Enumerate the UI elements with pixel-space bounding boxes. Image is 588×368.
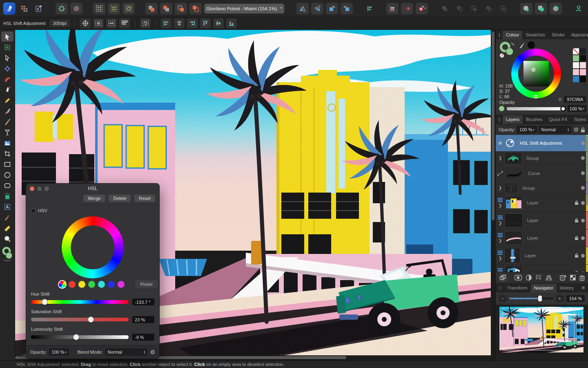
- palette-swatch-6[interactable]: [573, 69, 579, 75]
- ellipse-tool[interactable]: [1, 170, 13, 180]
- add-layer-button[interactable]: [560, 275, 566, 281]
- navigator-thumbnail-area[interactable]: [496, 305, 588, 360]
- style-effects-button[interactable]: [550, 3, 562, 14]
- layers-blend-mode-select[interactable]: Normal▴▾: [539, 126, 572, 133]
- export-persona-button[interactable]: [33, 3, 45, 14]
- move-tool[interactable]: [1, 31, 13, 42]
- layers-scrollbar-thumb[interactable]: [586, 136, 588, 205]
- navigator-view-rectangle[interactable]: [503, 308, 575, 350]
- swatch-3[interactable]: [88, 281, 95, 288]
- layer-row-layer-8[interactable]: ❯ Layer: [496, 265, 588, 272]
- layer-row-layer-4[interactable]: ❯ Layer: [496, 194, 588, 211]
- zoom-in-button[interactable]: +: [556, 295, 564, 302]
- align-middle-button[interactable]: [213, 18, 224, 28]
- palette-swatch-2[interactable]: [573, 55, 579, 61]
- layers-tab-layers[interactable]: Layers: [503, 115, 523, 124]
- saturation-shift-slider[interactable]: [31, 318, 129, 321]
- align-right-button[interactable]: [187, 18, 198, 28]
- boolean-divide-button[interactable]: [189, 3, 202, 14]
- knife-tool[interactable]: [1, 117, 13, 127]
- canvas-area[interactable]: HSL Merge Delete Reset HSV Picker: [15, 30, 495, 360]
- layer-row-layer-6[interactable]: ❯ Layer: [496, 229, 588, 247]
- studio-tab-navigator[interactable]: Navigator: [531, 284, 557, 292]
- zoom-value[interactable]: 154 %: [566, 295, 585, 302]
- rotate-cw-button[interactable]: [341, 3, 353, 14]
- dpi-value[interactable]: 300dpi: [50, 20, 70, 27]
- style-fill-button[interactable]: [520, 3, 532, 14]
- scale-handles-button[interactable]: [106, 18, 117, 28]
- layer-visibility-dot[interactable]: [581, 254, 585, 258]
- pencil-tool[interactable]: [1, 95, 13, 105]
- colour-opacity-slider[interactable]: [507, 107, 565, 110]
- palette-swatch-5[interactable]: [580, 62, 586, 68]
- snapping-dropdown-arrow[interactable]: ▾: [424, 7, 426, 10]
- pixel-grid-button[interactable]: [386, 3, 399, 14]
- dialog-gear-icon[interactable]: ⚙: [150, 349, 155, 355]
- saturation-lightness-square[interactable]: [523, 61, 549, 86]
- align-bottom-button[interactable]: [226, 18, 237, 28]
- fill-stroke-indicator[interactable]: [1, 247, 13, 261]
- colour-tab-colour[interactable]: Colour: [503, 31, 522, 39]
- expand-chevron[interactable]: ❯: [499, 203, 502, 208]
- expand-chevron[interactable]: ❯: [499, 221, 502, 225]
- corner-tool[interactable]: [1, 74, 13, 84]
- zoom-slider[interactable]: [509, 298, 553, 299]
- style-stroke-button[interactable]: [535, 3, 547, 14]
- panel-grip[interactable]: [499, 33, 500, 37]
- text-tool[interactable]: A: [1, 202, 13, 212]
- layers-tab-styles[interactable]: Styles: [571, 115, 588, 124]
- layers-lock-icon[interactable]: [581, 127, 585, 132]
- canvas-vertical-scrollbar[interactable]: [491, 30, 495, 355]
- pixel-preview-toggle[interactable]: [401, 3, 413, 14]
- flip-vertical-button[interactable]: [311, 3, 323, 14]
- palette-swatch-9[interactable]: [580, 76, 586, 82]
- layer-row-layer-5[interactable]: ❯ Layer: [496, 212, 588, 229]
- hue-selector-dot[interactable]: [534, 95, 538, 99]
- layer-visibility-dot[interactable]: [581, 171, 585, 175]
- hsv-checkbox[interactable]: [31, 209, 36, 213]
- layers-tab-brushes[interactable]: Brushes: [523, 115, 546, 124]
- transparency-tool[interactable]: [1, 127, 13, 137]
- pen-tool[interactable]: [1, 85, 13, 95]
- reset-button[interactable]: Reset: [134, 195, 155, 202]
- palette-swatch-7[interactable]: [580, 69, 586, 75]
- luminosity-shift-value[interactable]: -9 %: [132, 334, 154, 341]
- lock-icon[interactable]: [575, 253, 579, 258]
- snap-bounds-button[interactable]: [93, 3, 105, 14]
- layer-row-group-3[interactable]: ❯ Group: [496, 182, 588, 194]
- layer-visibility-dot[interactable]: [581, 201, 585, 205]
- layer-row-hsl-shift-adjustment-0[interactable]: HSL Shift Adjustment: [496, 135, 588, 151]
- layer-row-curve-2[interactable]: Curve: [496, 165, 588, 182]
- hide-selection-button[interactable]: [93, 18, 104, 28]
- snapping-button[interactable]: ▾: [416, 3, 428, 14]
- palette-swatch-4[interactable]: [573, 62, 579, 68]
- luminosity-shift-slider[interactable]: [31, 335, 129, 339]
- layer-row-group-1[interactable]: ❯ Group: [496, 152, 588, 164]
- hsl-colour-wheel[interactable]: [62, 216, 124, 278]
- studio-tab-history[interactable]: History: [557, 284, 577, 292]
- close-window-button[interactable]: [30, 186, 34, 191]
- palette-swatch-1[interactable]: [580, 48, 586, 54]
- colour-picker-tool[interactable]: [1, 212, 13, 222]
- swatch-2[interactable]: [78, 281, 85, 288]
- lock-icon[interactable]: [575, 218, 579, 223]
- swatch-5[interactable]: [108, 281, 115, 288]
- align-center-button[interactable]: [174, 18, 185, 28]
- layer-visibility-dot[interactable]: [581, 272, 585, 272]
- saturation-shift-thumb[interactable]: [88, 316, 94, 323]
- persona-grid-button[interactable]: [18, 3, 30, 14]
- mask-layer-button[interactable]: [514, 275, 522, 280]
- hue-shift-value[interactable]: -133.7 °: [132, 298, 154, 305]
- hex-value[interactable]: 97C98A: [564, 96, 586, 103]
- expand-chevron[interactable]: ❯: [499, 256, 502, 260]
- layer-visibility-dot[interactable]: [581, 141, 585, 145]
- cycle-selection-box-button[interactable]: [140, 18, 151, 28]
- colour-tab-swatches[interactable]: Swatches: [522, 31, 548, 39]
- add-mask-button[interactable]: [570, 275, 576, 280]
- layer-effects-button[interactable]: FX: [536, 275, 541, 280]
- adjustment-layer-button[interactable]: [526, 274, 532, 281]
- preferences-button[interactable]: [70, 3, 82, 14]
- blend-mode-select[interactable]: Normal▴▾: [105, 348, 147, 356]
- account-button[interactable]: [572, 3, 585, 14]
- dialog-opacity-dropdown[interactable]: 100 %▾: [49, 348, 69, 356]
